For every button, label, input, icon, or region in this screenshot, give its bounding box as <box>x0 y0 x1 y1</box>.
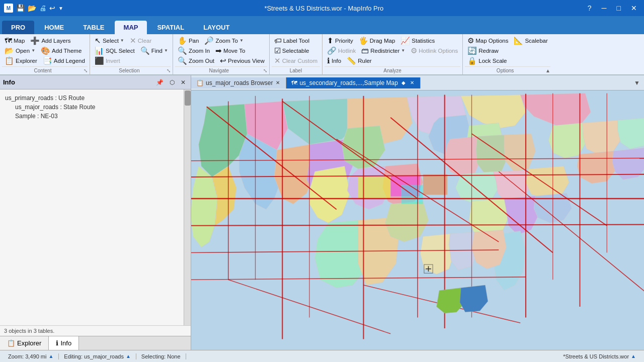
navigate-expand-icon[interactable]: ⤡ <box>263 68 267 73</box>
zoom-in-button[interactable]: 🔍 Zoom In <box>175 46 212 55</box>
tab-spatial[interactable]: SPATIAL <box>148 21 193 34</box>
tab-map[interactable]: MAP <box>115 21 147 34</box>
drag-map-button[interactable]: 🖐 Drag Map <box>356 36 398 45</box>
statistics-button[interactable]: 📈 Statistics <box>398 36 437 45</box>
minimize-button[interactable]: ─ <box>599 3 610 13</box>
redraw-icon: 🔄 <box>467 47 477 54</box>
hotlink-options-button[interactable]: ⚙ Hotlink Options <box>408 46 460 55</box>
ruler-button[interactable]: 📏 Ruler <box>344 56 374 65</box>
map-tab-browser[interactable]: 📋 us_major_roads Browser ✕ <box>191 77 286 88</box>
clear-custom-button[interactable]: ✕ Clear Custom <box>272 56 320 65</box>
map-tab-sample-map[interactable]: 🗺 us_secondary_roads,...,Sample Map ◆ ✕ <box>286 77 420 88</box>
maximize-button[interactable]: □ <box>614 3 624 13</box>
left-panel: Info 📌 ⬡ ✕ us_primary_roads : US Route u… <box>0 75 191 350</box>
content-expand-icon[interactable]: ⤡ <box>84 68 88 73</box>
scroll-thumb[interactable] <box>185 90 191 106</box>
map-canvas[interactable] <box>191 90 644 350</box>
redraw-button[interactable]: 🔄 Redraw <box>465 46 501 55</box>
info-tab-button[interactable]: ℹ Info <box>49 336 79 350</box>
add-legend-button[interactable]: 📑 Add Legend <box>40 56 88 65</box>
panel-pin-button[interactable]: 📌 <box>154 78 166 86</box>
main-tabs: PRO HOME TABLE MAP SPATIAL LAYOUT <box>0 16 644 34</box>
select-button[interactable]: ↖ Select ▼ <box>92 36 127 45</box>
panel-float-button[interactable]: ⬡ <box>168 78 177 86</box>
panel-scrollbar[interactable] <box>184 89 191 325</box>
map-tabs: 📋 us_major_roads Browser ✕ 🗺 us_secondar… <box>191 75 644 90</box>
previous-view-button[interactable]: ↩ Previous View <box>217 56 267 65</box>
map-tab-scroll-button[interactable]: ▼ <box>630 77 644 88</box>
find-icon: 🔍 <box>140 47 150 54</box>
selecting-text: Selecting: None <box>141 353 181 359</box>
tab-home[interactable]: HOME <box>35 21 73 34</box>
panel-title: Info <box>3 78 152 86</box>
open-button[interactable]: 📂 Open ▼ <box>2 46 38 55</box>
label-tool-button[interactable]: 🏷 Label Tool <box>272 36 312 45</box>
analyze-section-label: Analyze <box>325 66 460 73</box>
add-theme-button[interactable]: 🎨 Add Theme <box>38 46 84 55</box>
quick-open-icon[interactable]: 📂 <box>28 4 36 12</box>
info-tab-label: Info <box>60 339 71 347</box>
add-theme-icon: 🎨 <box>41 47 50 54</box>
explorer-tab-icon: 📋 <box>7 339 15 347</box>
explorer-tab-button[interactable]: 📋 Explorer <box>0 336 49 350</box>
map-svg <box>191 90 644 350</box>
status-filename: *Streets & US Districts.wor ▲ <box>558 353 641 359</box>
lock-scale-button[interactable]: 🔒 Lock Scale <box>465 56 509 65</box>
ribbon-section-selection: ↖ Select ▼ ✕ Clear 📊 SQL Select <box>90 34 173 74</box>
ribbon-row-navigate-2: 🔍 Zoom In ➡ Move To <box>175 46 267 55</box>
invert-button[interactable]: ⬛ Invert <box>92 56 123 65</box>
sample-map-tab-close[interactable]: ✕ <box>409 79 415 86</box>
browser-tab-label: us_major_roads Browser <box>206 79 273 86</box>
editing-arrow[interactable]: ▲ <box>126 353 131 359</box>
redistricter-dropdown-icon: ▼ <box>401 48 405 53</box>
status-selecting: Selecting: None <box>136 353 186 359</box>
help-button[interactable]: ? <box>585 3 595 13</box>
pan-button[interactable]: ✋ Pan <box>175 36 201 45</box>
zoom-out-button[interactable]: 🔍 Zoom Out <box>175 56 217 65</box>
info-item-sample: Sample : NE-03 <box>5 112 186 121</box>
explorer-button[interactable]: 📋 Explorer <box>2 56 40 65</box>
hotlink-button[interactable]: 🔗 Hotlink <box>325 46 358 55</box>
tab-pro[interactable]: PRO <box>2 21 34 34</box>
move-to-icon: ➡ <box>215 47 222 54</box>
move-to-button[interactable]: ➡ Move To <box>213 46 248 55</box>
ribbon-section-label: 🏷 Label Tool ☑ Selectable ✕ Clear Custom <box>270 34 323 74</box>
find-button[interactable]: 🔍 Find ▼ <box>138 46 171 55</box>
map-button[interactable]: 🗺 Map <box>2 36 27 45</box>
clear-button[interactable]: ✕ Clear <box>127 36 154 45</box>
priority-button[interactable]: ⬆ Priority <box>325 36 356 45</box>
sql-select-icon: 📊 <box>95 47 104 54</box>
lock-scale-icon: 🔒 <box>467 57 477 64</box>
map-options-button[interactable]: ⚙ Map Options <box>465 36 511 45</box>
scalebar-button[interactable]: 📐 Scalebar <box>511 36 550 45</box>
quick-dropdown-icon[interactable]: ▼ <box>58 6 63 11</box>
quick-print-icon[interactable]: 🖨 <box>39 4 46 12</box>
sql-select-button[interactable]: 📊 SQL Select <box>92 46 137 55</box>
browser-tab-close[interactable]: ✕ <box>275 79 281 86</box>
redistricter-button[interactable]: 🗃 Redistricter ▼ <box>359 46 408 55</box>
ribbon-section-options: ⚙ Map Options 📐 Scalebar 🔄 Redraw <box>463 34 552 74</box>
selection-expand-icon[interactable]: ⤡ <box>167 68 171 73</box>
info-button[interactable]: ℹ Info <box>325 56 344 65</box>
panel-content: us_primary_roads : US Route us_major_roa… <box>0 89 191 125</box>
add-layers-icon: ➕ <box>30 37 40 44</box>
tab-table[interactable]: TABLE <box>74 21 113 34</box>
object-count: 3 objects in 3 tables. <box>0 325 191 336</box>
map-area: 📋 us_major_roads Browser ✕ 🗺 us_secondar… <box>191 75 644 350</box>
zoom-up-arrow[interactable]: ▲ <box>48 353 53 359</box>
ribbon-row-selection-1: ↖ Select ▼ ✕ Clear <box>92 36 171 45</box>
close-button[interactable]: ✕ <box>628 3 640 13</box>
redistricter-icon: 🗃 <box>361 47 369 54</box>
quick-undo-icon[interactable]: ↩ <box>49 4 55 12</box>
app-icon: M <box>4 4 13 13</box>
panel-close-button[interactable]: ✕ <box>179 78 188 86</box>
zoom-to-button[interactable]: 🔎 Zoom To ▼ <box>202 36 246 45</box>
status-zoom: Zoom: 3,490 mi ▲ <box>3 353 59 359</box>
add-layers-button[interactable]: ➕ Add Layers <box>28 36 73 45</box>
filename-arrow[interactable]: ▲ <box>631 353 636 359</box>
panel-bottom-tabs: 📋 Explorer ℹ Info <box>0 336 191 350</box>
options-collapse-icon[interactable]: ▲ <box>545 68 550 73</box>
selectable-button[interactable]: ☑ Selectable <box>272 46 312 55</box>
quick-save-icon[interactable]: 💾 <box>16 4 25 12</box>
tab-layout[interactable]: LAYOUT <box>194 21 238 34</box>
